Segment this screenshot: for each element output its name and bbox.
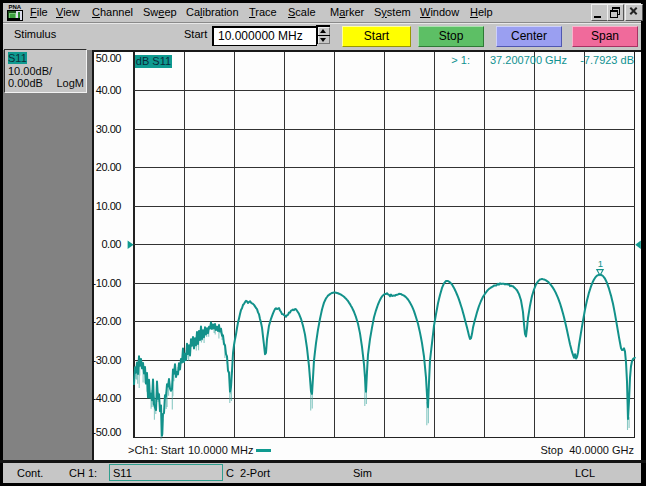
- svg-text:1: 1: [598, 258, 603, 269]
